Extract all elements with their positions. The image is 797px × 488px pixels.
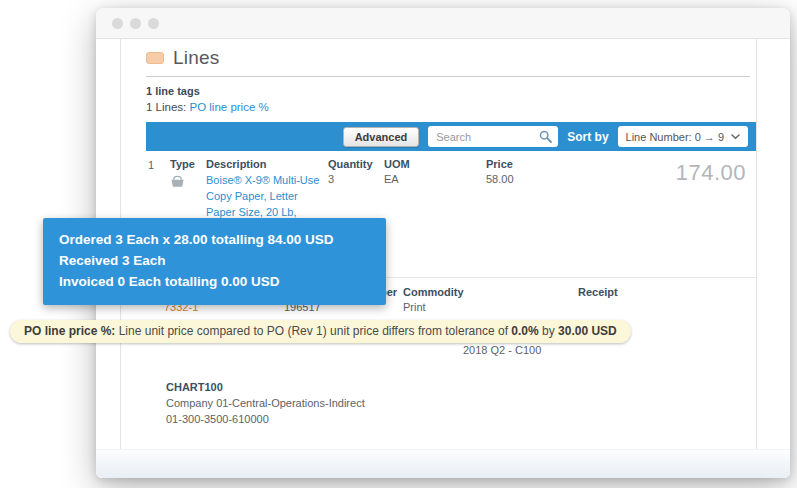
lines-toolbar: Advanced Sort by Line Number: 0 → 9	[146, 122, 756, 151]
chevron-down-icon	[731, 134, 740, 140]
uom-header: UOM	[384, 158, 486, 170]
lines-section-title: Lines	[173, 47, 219, 69]
type-column: Type	[170, 158, 206, 192]
period-value: 2018 Q2 - C100	[463, 344, 756, 356]
line-count-row: 1 Lines: PO line price %	[146, 101, 756, 113]
line-count-label: 1 Lines:	[146, 101, 186, 113]
commodity-header: Commodity	[403, 286, 578, 298]
tolerance-percent: 0.0%	[511, 324, 538, 338]
advanced-button[interactable]: Advanced	[343, 127, 420, 147]
lines-section-icon	[146, 52, 164, 64]
window-control-dot[interactable]	[112, 18, 123, 29]
search-icon[interactable]	[539, 130, 552, 143]
sort-order-dropdown[interactable]: Line Number: 0 → 9	[618, 126, 748, 147]
tolerance-warning-pill: PO line price %: Line unit price compare…	[10, 320, 631, 343]
receipt-header: Receipt	[578, 286, 756, 298]
description-header: Description	[206, 158, 328, 170]
commodity-column: Commodity Print	[403, 286, 578, 313]
window-control-dot[interactable]	[148, 18, 159, 29]
tooltip-ordered-line: Ordered 3 Each x 28.00 totalling 84.00 U…	[59, 230, 370, 251]
tooltip-received-line: Received 3 Each	[59, 251, 370, 272]
search-field-wrap	[428, 126, 558, 147]
ordered-received-tooltip: Ordered 3 Each x 28.00 totalling 84.00 U…	[43, 218, 386, 305]
account-code: CHART100	[166, 380, 756, 396]
account-number: 01-300-3500-610000	[166, 412, 756, 428]
po-line-price-link[interactable]: PO line price %	[189, 101, 268, 113]
window-titlebar	[96, 8, 790, 39]
line-total: 174.00	[576, 158, 746, 186]
tolerance-label: PO line price %:	[24, 324, 115, 338]
basket-icon	[170, 175, 185, 188]
lines-section-header: Lines	[146, 47, 750, 77]
tolerance-text-b: by	[539, 324, 558, 338]
commodity-value: Print	[403, 301, 578, 313]
quantity-header: Quantity	[328, 158, 384, 170]
price-value: 58.00	[486, 173, 576, 185]
line-number: 1	[148, 158, 170, 171]
quantity-column: Quantity 3	[328, 158, 384, 185]
line-tags-summary: 1 line tags	[146, 85, 756, 97]
price-column: Price 58.00	[486, 158, 576, 185]
window-control-dot[interactable]	[130, 18, 141, 29]
type-header: Type	[170, 158, 206, 170]
account-block: CHART100 Company 01-Central-Operations-I…	[166, 380, 756, 428]
tolerance-text-a: Line unit price compared to PO (Rev 1) u…	[115, 324, 511, 338]
receipt-column: Receipt	[578, 286, 756, 313]
sort-by-label: Sort by	[567, 130, 608, 144]
quantity-value: 3	[328, 173, 384, 185]
window-footer-band	[96, 449, 790, 478]
account-company: Company 01-Central-Operations-Indirect	[166, 396, 756, 412]
uom-value: EA	[384, 173, 486, 185]
sort-order-value: Line Number: 0 → 9	[626, 131, 724, 143]
uom-column: UOM EA	[384, 158, 486, 185]
tooltip-invoiced-line: Invoiced 0 Each totalling 0.00 USD	[59, 272, 370, 293]
tolerance-amount: 30.00 USD	[558, 324, 617, 338]
price-header: Price	[486, 158, 576, 170]
